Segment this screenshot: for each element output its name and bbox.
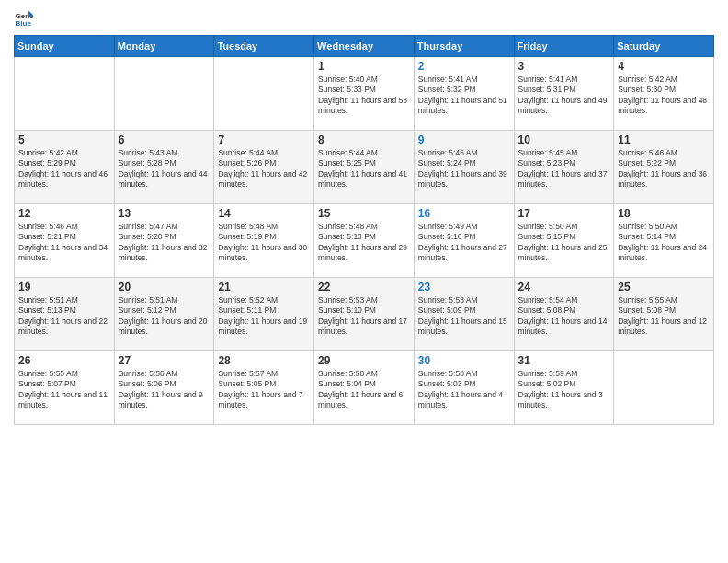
calendar-cell: [214, 57, 314, 131]
cell-info: Sunrise: 5:48 AM Sunset: 5:18 PM Dayligh…: [318, 222, 410, 264]
calendar-cell: 1Sunrise: 5:40 AM Sunset: 5:33 PM Daylig…: [314, 57, 415, 131]
cell-info: Sunrise: 5:46 AM Sunset: 5:21 PM Dayligh…: [18, 222, 110, 264]
calendar-cell: 15Sunrise: 5:48 AM Sunset: 5:18 PM Dayli…: [314, 204, 415, 278]
day-number: 17: [518, 207, 610, 220]
day-number: 19: [18, 281, 110, 293]
page-container: General Blue SundayMondayTuesdayWednesda…: [0, 0, 728, 434]
cell-info: Sunrise: 5:48 AM Sunset: 5:19 PM Dayligh…: [218, 222, 310, 264]
calendar-cell: 7Sunrise: 5:44 AM Sunset: 5:26 PM Daylig…: [214, 131, 314, 204]
calendar-cell: 12Sunrise: 5:46 AM Sunset: 5:21 PM Dayli…: [15, 204, 115, 278]
calendar-cell: [114, 57, 214, 131]
day-number: 10: [518, 133, 610, 146]
calendar-cell: 26Sunrise: 5:55 AM Sunset: 5:07 PM Dayli…: [15, 351, 115, 425]
cell-info: Sunrise: 5:49 AM Sunset: 5:16 PM Dayligh…: [418, 222, 510, 264]
calendar-cell: 8Sunrise: 5:44 AM Sunset: 5:25 PM Daylig…: [314, 131, 415, 204]
calendar-cell: 10Sunrise: 5:45 AM Sunset: 5:23 PM Dayli…: [514, 131, 614, 204]
day-number: 26: [18, 354, 110, 367]
calendar-cell: 5Sunrise: 5:42 AM Sunset: 5:29 PM Daylig…: [15, 131, 115, 204]
cell-info: Sunrise: 5:55 AM Sunset: 5:07 PM Dayligh…: [18, 369, 110, 411]
calendar-cell: 9Sunrise: 5:45 AM Sunset: 5:24 PM Daylig…: [414, 131, 514, 204]
cell-info: Sunrise: 5:41 AM Sunset: 5:32 PM Dayligh…: [418, 75, 510, 117]
calendar-table: SundayMondayTuesdayWednesdayThursdayFrid…: [14, 35, 714, 425]
calendar-cell: 19Sunrise: 5:51 AM Sunset: 5:13 PM Dayli…: [15, 278, 115, 351]
cell-info: Sunrise: 5:59 AM Sunset: 5:02 PM Dayligh…: [518, 369, 610, 411]
weekday-header-thursday: Thursday: [414, 36, 514, 57]
day-number: 18: [618, 207, 710, 220]
day-number: 24: [518, 281, 610, 293]
cell-info: Sunrise: 5:55 AM Sunset: 5:08 PM Dayligh…: [618, 295, 710, 338]
day-number: 31: [518, 354, 610, 367]
cell-info: Sunrise: 5:50 AM Sunset: 5:15 PM Dayligh…: [518, 222, 610, 264]
calendar-cell: 6Sunrise: 5:43 AM Sunset: 5:28 PM Daylig…: [114, 131, 214, 204]
day-number: 6: [119, 133, 210, 146]
cell-info: Sunrise: 5:51 AM Sunset: 5:13 PM Dayligh…: [18, 295, 110, 338]
cell-info: Sunrise: 5:41 AM Sunset: 5:31 PM Dayligh…: [518, 75, 610, 117]
day-number: 9: [418, 133, 510, 146]
week-row-2: 5Sunrise: 5:42 AM Sunset: 5:29 PM Daylig…: [15, 131, 714, 204]
svg-text:Blue: Blue: [15, 19, 31, 28]
cell-info: Sunrise: 5:44 AM Sunset: 5:25 PM Dayligh…: [318, 148, 410, 190]
week-row-3: 12Sunrise: 5:46 AM Sunset: 5:21 PM Dayli…: [15, 204, 714, 278]
weekday-header-sunday: Sunday: [15, 36, 115, 57]
cell-info: Sunrise: 5:52 AM Sunset: 5:11 PM Dayligh…: [218, 295, 310, 338]
calendar-cell: 2Sunrise: 5:41 AM Sunset: 5:32 PM Daylig…: [414, 57, 514, 131]
day-number: 4: [618, 60, 710, 73]
day-number: 25: [618, 281, 710, 293]
calendar-cell: 14Sunrise: 5:48 AM Sunset: 5:19 PM Dayli…: [214, 204, 314, 278]
day-number: 16: [418, 207, 510, 220]
cell-info: Sunrise: 5:46 AM Sunset: 5:22 PM Dayligh…: [618, 148, 710, 190]
calendar-cell: 31Sunrise: 5:59 AM Sunset: 5:02 PM Dayli…: [514, 351, 614, 425]
calendar-cell: 20Sunrise: 5:51 AM Sunset: 5:12 PM Dayli…: [114, 278, 214, 351]
cell-info: Sunrise: 5:57 AM Sunset: 5:05 PM Dayligh…: [218, 369, 310, 411]
day-number: 5: [18, 133, 110, 146]
cell-info: Sunrise: 5:45 AM Sunset: 5:23 PM Dayligh…: [518, 148, 610, 190]
week-row-1: 1Sunrise: 5:40 AM Sunset: 5:33 PM Daylig…: [15, 57, 714, 131]
cell-info: Sunrise: 5:43 AM Sunset: 5:28 PM Dayligh…: [119, 148, 210, 190]
day-number: 14: [218, 207, 310, 220]
weekday-header-saturday: Saturday: [614, 36, 714, 57]
day-number: 15: [318, 207, 410, 220]
weekday-header-tuesday: Tuesday: [214, 36, 314, 57]
cell-info: Sunrise: 5:58 AM Sunset: 5:03 PM Dayligh…: [418, 369, 510, 411]
cell-info: Sunrise: 5:51 AM Sunset: 5:12 PM Dayligh…: [119, 295, 210, 338]
cell-info: Sunrise: 5:42 AM Sunset: 5:29 PM Dayligh…: [18, 148, 110, 190]
cell-info: Sunrise: 5:53 AM Sunset: 5:09 PM Dayligh…: [418, 295, 510, 338]
day-number: 27: [119, 354, 210, 367]
calendar-cell: 4Sunrise: 5:42 AM Sunset: 5:30 PM Daylig…: [614, 57, 714, 131]
cell-info: Sunrise: 5:50 AM Sunset: 5:14 PM Dayligh…: [618, 222, 710, 264]
weekday-header-row: SundayMondayTuesdayWednesdayThursdayFrid…: [15, 36, 714, 57]
day-number: 11: [618, 133, 710, 146]
week-row-4: 19Sunrise: 5:51 AM Sunset: 5:13 PM Dayli…: [15, 278, 714, 351]
day-number: 23: [418, 281, 510, 293]
calendar-cell: 27Sunrise: 5:56 AM Sunset: 5:06 PM Dayli…: [114, 351, 214, 425]
calendar-cell: 3Sunrise: 5:41 AM Sunset: 5:31 PM Daylig…: [514, 57, 614, 131]
day-number: 12: [18, 207, 110, 220]
cell-info: Sunrise: 5:53 AM Sunset: 5:10 PM Dayligh…: [318, 295, 410, 338]
day-number: 7: [218, 133, 310, 146]
weekday-header-friday: Friday: [514, 36, 614, 57]
day-number: 29: [318, 354, 410, 367]
calendar-cell: 13Sunrise: 5:47 AM Sunset: 5:20 PM Dayli…: [114, 204, 214, 278]
calendar-cell: 18Sunrise: 5:50 AM Sunset: 5:14 PM Dayli…: [614, 204, 714, 278]
day-number: 21: [218, 281, 310, 293]
calendar-cell: [15, 57, 115, 131]
weekday-header-monday: Monday: [114, 36, 214, 57]
calendar-cell: 22Sunrise: 5:53 AM Sunset: 5:10 PM Dayli…: [314, 278, 415, 351]
calendar-cell: 17Sunrise: 5:50 AM Sunset: 5:15 PM Dayli…: [514, 204, 614, 278]
weekday-header-wednesday: Wednesday: [314, 36, 415, 57]
calendar-cell: 30Sunrise: 5:58 AM Sunset: 5:03 PM Dayli…: [414, 351, 514, 425]
day-number: 20: [119, 281, 210, 293]
logo-icon: General Blue: [14, 9, 34, 29]
cell-info: Sunrise: 5:47 AM Sunset: 5:20 PM Dayligh…: [119, 222, 210, 264]
calendar-cell: 28Sunrise: 5:57 AM Sunset: 5:05 PM Dayli…: [214, 351, 314, 425]
calendar-cell: 11Sunrise: 5:46 AM Sunset: 5:22 PM Dayli…: [614, 131, 714, 204]
day-number: 1: [318, 60, 410, 73]
day-number: 22: [318, 281, 410, 293]
calendar-cell: 16Sunrise: 5:49 AM Sunset: 5:16 PM Dayli…: [414, 204, 514, 278]
calendar-cell: 24Sunrise: 5:54 AM Sunset: 5:08 PM Dayli…: [514, 278, 614, 351]
cell-info: Sunrise: 5:42 AM Sunset: 5:30 PM Dayligh…: [618, 75, 710, 117]
calendar-cell: 21Sunrise: 5:52 AM Sunset: 5:11 PM Dayli…: [214, 278, 314, 351]
calendar-cell: [614, 351, 714, 425]
day-number: 30: [418, 354, 510, 367]
day-number: 8: [318, 133, 410, 146]
